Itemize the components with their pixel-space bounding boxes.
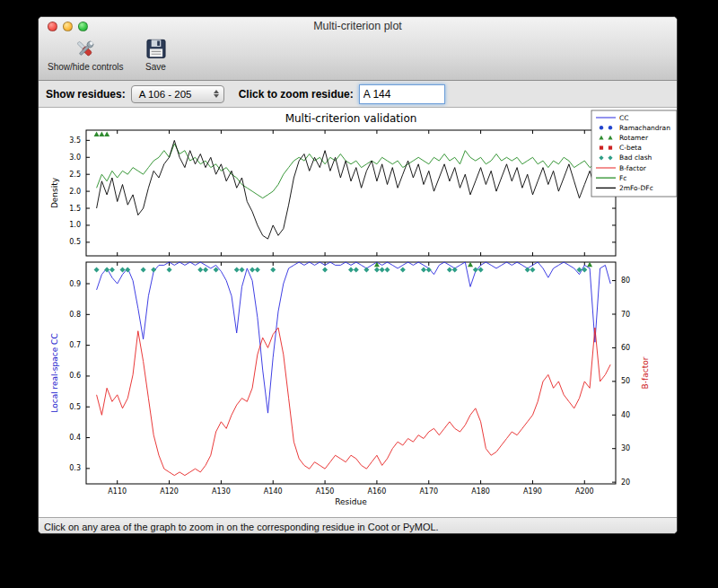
svg-text:1.0: 1.0: [69, 221, 81, 229]
svg-text:B-factor: B-factor: [641, 356, 650, 389]
svg-text:A130: A130: [212, 487, 231, 496]
residue-range-select[interactable]: A 106 - 205: [131, 85, 224, 103]
tools-icon: [73, 38, 98, 61]
svg-text:A190: A190: [523, 487, 542, 496]
svg-text:C-beta: C-beta: [619, 144, 642, 152]
svg-text:0.8: 0.8: [69, 311, 81, 319]
svg-text:30: 30: [621, 444, 630, 452]
svg-text:0.4: 0.4: [69, 434, 81, 442]
svg-text:3.5: 3.5: [69, 136, 81, 145]
svg-text:Ramachandran: Ramachandran: [619, 124, 670, 132]
toolbar: Show/hide controls Save: [48, 38, 167, 72]
svg-text:Local real-space CC: Local real-space CC: [50, 333, 59, 412]
save-icon: [145, 38, 167, 61]
controls-bar: Show residues: A 106 - 205 Click to zoom…: [39, 81, 677, 108]
zoom-residue-label: Click to zoom residue:: [239, 88, 354, 101]
window-header: Multi-criterion plot: [39, 17, 677, 81]
svg-text:A120: A120: [160, 487, 179, 496]
window-title: Multi-criterion plot: [39, 20, 677, 32]
svg-text:0.5: 0.5: [69, 403, 81, 411]
show-residues-label: Show residues:: [46, 88, 126, 101]
svg-text:Residue: Residue: [335, 497, 367, 506]
zoom-residue-input[interactable]: [359, 84, 445, 104]
svg-text:Bad clash: Bad clash: [619, 154, 652, 162]
svg-text:A170: A170: [419, 487, 438, 496]
svg-text:A110: A110: [108, 487, 127, 496]
multi-criterion-plot[interactable]: Multi-criterion validation0.51.01.52.02.…: [39, 108, 678, 517]
svg-text:A150: A150: [316, 487, 335, 496]
status-bar: Click on any area of the graph to zoom i…: [39, 517, 677, 534]
svg-text:40: 40: [621, 411, 630, 419]
residue-range-value: A 106 - 205: [139, 89, 192, 100]
svg-text:2.5: 2.5: [69, 171, 81, 179]
screen-background: Multi-criterion plot: [0, 0, 718, 588]
svg-text:0.5: 0.5: [69, 238, 81, 246]
svg-text:Fc: Fc: [619, 174, 626, 182]
svg-text:A160: A160: [368, 487, 387, 496]
svg-text:50: 50: [621, 377, 630, 385]
svg-text:60: 60: [621, 344, 630, 352]
titlebar[interactable]: Multi-criterion plot: [39, 17, 677, 36]
save-label: Save: [145, 62, 166, 72]
svg-text:1.5: 1.5: [69, 205, 81, 213]
svg-text:Rotamer: Rotamer: [619, 134, 649, 142]
svg-text:2.0: 2.0: [69, 188, 81, 196]
save-button[interactable]: Save: [145, 38, 167, 72]
svg-text:3.0: 3.0: [69, 154, 81, 162]
status-text: Click on any area of the graph to zoom i…: [44, 522, 439, 532]
svg-text:Density: Density: [50, 177, 59, 208]
svg-text:80: 80: [621, 276, 630, 285]
app-window: Multi-criterion plot: [38, 16, 678, 534]
svg-text:A140: A140: [264, 487, 283, 496]
svg-text:B-factor: B-factor: [619, 164, 647, 172]
stepper-arrows-icon: [214, 90, 219, 98]
svg-text:CC: CC: [619, 114, 628, 122]
show-hide-controls-button[interactable]: Show/hide controls: [48, 38, 124, 72]
show-hide-controls-label: Show/hide controls: [48, 62, 124, 72]
svg-text:0.9: 0.9: [69, 280, 81, 288]
svg-text:20: 20: [621, 478, 630, 487]
plot-area[interactable]: Multi-criterion validation0.51.01.52.02.…: [39, 108, 677, 517]
svg-text:A200: A200: [575, 487, 594, 496]
svg-text:0.6: 0.6: [69, 372, 81, 380]
svg-text:2mFo-DFc: 2mFo-DFc: [619, 184, 653, 192]
svg-text:0.7: 0.7: [69, 341, 81, 349]
svg-text:0.3: 0.3: [69, 464, 81, 472]
svg-text:Multi-criterion validation: Multi-criterion validation: [285, 112, 417, 125]
svg-text:A180: A180: [471, 487, 490, 496]
svg-text:70: 70: [621, 311, 630, 319]
